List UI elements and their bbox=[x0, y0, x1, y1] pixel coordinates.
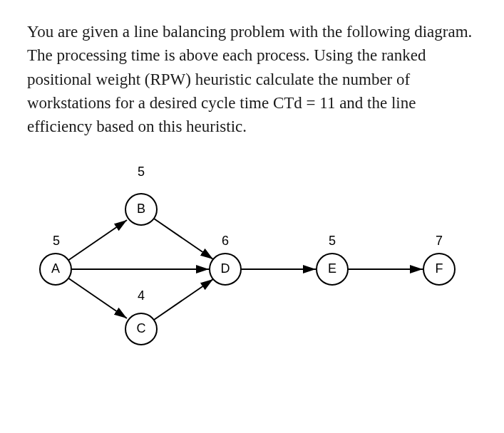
diagram-edges bbox=[27, 153, 483, 374]
node-d: D bbox=[209, 253, 242, 286]
time-label-e: 5 bbox=[329, 234, 336, 249]
time-label-d: 6 bbox=[222, 234, 229, 249]
time-label-c: 4 bbox=[138, 288, 145, 303]
time-label-a: 5 bbox=[53, 234, 60, 249]
time-label-f: 7 bbox=[436, 234, 443, 249]
node-b: B bbox=[125, 193, 158, 226]
svg-line-4 bbox=[154, 279, 213, 320]
node-e: E bbox=[316, 253, 349, 286]
svg-line-0 bbox=[68, 220, 127, 261]
node-a: A bbox=[39, 253, 72, 286]
svg-line-1 bbox=[68, 278, 127, 318]
problem-statement: You are given a line balancing problem w… bbox=[27, 20, 477, 139]
time-label-b: 5 bbox=[138, 165, 145, 179]
svg-line-3 bbox=[154, 219, 213, 259]
node-c: C bbox=[125, 313, 158, 345]
node-f: F bbox=[423, 253, 456, 286]
precedence-diagram: 5 A 5 B 4 C 6 D 5 E 7 F bbox=[27, 153, 483, 374]
